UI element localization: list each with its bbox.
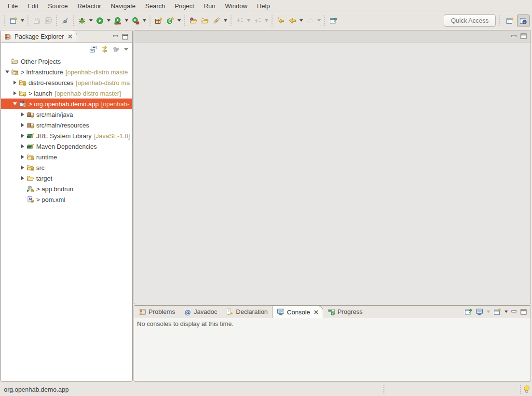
tree-item-target[interactable]: target <box>1 173 132 184</box>
save-icon[interactable] <box>31 14 42 27</box>
java-perspective-icon[interactable] <box>517 14 530 27</box>
menu-item-search[interactable]: Search <box>140 1 170 11</box>
dropdown-arrow-icon[interactable] <box>246 14 252 27</box>
tree-expander-icon[interactable] <box>19 130 26 141</box>
tree-item-mavendependencies[interactable]: Maven Dependencies <box>1 141 132 152</box>
dropdown-arrow-icon[interactable] <box>19 14 26 27</box>
svg-text:@: @ <box>184 308 191 315</box>
new-class-icon[interactable]: C <box>164 14 176 27</box>
tab-declaration[interactable]: Declaration <box>221 306 272 318</box>
package-explorer-icon <box>4 33 12 41</box>
tab-console[interactable]: Console <box>272 306 323 318</box>
dropdown-arrow-icon[interactable] <box>123 14 130 27</box>
forward-icon[interactable] <box>304 14 316 27</box>
dropdown-arrow-icon[interactable] <box>141 14 148 27</box>
minimize-icon[interactable] <box>511 309 517 314</box>
link-with-editor-icon[interactable] <box>101 45 109 53</box>
tree-expander-icon[interactable] <box>19 120 26 130</box>
maximize-icon[interactable] <box>520 309 527 315</box>
tree-item-runtime[interactable]: runtime <box>1 152 132 162</box>
tree-expander-icon[interactable] <box>19 141 26 152</box>
dropdown-arrow-icon[interactable] <box>487 311 490 313</box>
dropdown-arrow-icon[interactable] <box>106 14 112 27</box>
previous-annotation-icon[interactable] <box>252 14 263 27</box>
menu-item-refactor[interactable]: Refactor <box>73 1 106 11</box>
collapse-all-icon[interactable] <box>89 45 97 53</box>
tree-item-distro-resources[interactable]: distro-resources[openhab-distro ma <box>1 77 132 88</box>
quick-access-button[interactable]: Quick Access <box>444 14 496 27</box>
coverage-icon[interactable] <box>112 14 123 27</box>
menu-item-file[interactable]: File <box>3 1 23 11</box>
tree-item-app.bndrun[interactable]: > app.bndrun <box>1 184 132 194</box>
tree-item-src/main/resources[interactable]: src/main/resources <box>1 120 132 130</box>
dropdown-arrow-icon[interactable] <box>88 14 94 27</box>
tree-item-infrastructure[interactable]: > Infrastructure[openhab-distro maste <box>1 67 132 77</box>
skip-breakpoints-icon[interactable] <box>59 14 71 27</box>
menu-item-edit[interactable]: Edit <box>23 1 43 11</box>
maximize-icon[interactable] <box>520 33 527 39</box>
debug-icon[interactable] <box>76 14 88 27</box>
menu-item-project[interactable]: Project <box>170 1 199 11</box>
open-task-icon[interactable] <box>188 14 199 27</box>
close-icon[interactable] <box>314 310 318 314</box>
menu-item-run[interactable]: Run <box>199 1 220 11</box>
dropdown-arrow-icon[interactable] <box>176 14 182 27</box>
maximize-icon[interactable] <box>122 34 128 40</box>
open-perspective-icon[interactable] <box>504 14 516 27</box>
tree-item-org.openhab.demo.app[interactable]: MJ> org.openhab.demo.app[openhab- <box>1 99 132 109</box>
minimize-icon[interactable] <box>511 34 517 39</box>
lightbulb-icon[interactable] <box>523 384 530 394</box>
pin-console-icon[interactable] <box>464 308 472 316</box>
last-edit-location-icon[interactable] <box>275 14 286 27</box>
save-all-icon[interactable] <box>42 14 54 27</box>
tree-expander-icon[interactable] <box>12 99 18 109</box>
statusbar-grip[interactable] <box>383 385 385 394</box>
folder-git-icon <box>18 79 27 86</box>
tree-expander-icon[interactable] <box>4 67 11 77</box>
svg-text:C: C <box>168 19 171 24</box>
profile-icon[interactable] <box>130 14 141 27</box>
tree-item-launch[interactable]: > launch[openhab-distro master] <box>1 88 132 99</box>
tree-expander-icon[interactable] <box>12 88 18 99</box>
display-console-icon[interactable] <box>476 308 483 316</box>
statusbar-grip[interactable] <box>520 385 521 394</box>
menu-item-navigate[interactable]: Navigate <box>106 1 140 11</box>
menu-item-source[interactable]: Source <box>43 1 72 11</box>
focus-icon[interactable] <box>112 45 120 53</box>
dropdown-arrow-icon[interactable] <box>263 14 270 27</box>
dropdown-arrow-icon[interactable] <box>222 14 229 27</box>
dropdown-arrow-icon[interactable] <box>505 311 508 313</box>
new-wizard-icon[interactable] <box>8 14 19 27</box>
new-java-project-icon[interactable] <box>153 14 164 27</box>
tree-item-jresystemlibrary[interactable]: JRE System Library[JavaSE-1.8] <box>1 130 132 141</box>
tab-progress[interactable]: Progress <box>323 306 367 318</box>
tree-expander-icon[interactable] <box>19 152 26 162</box>
next-annotation-icon[interactable] <box>234 14 246 27</box>
tree-item-otherprojects[interactable]: Other Projects <box>1 56 132 67</box>
open-console-icon[interactable] <box>493 308 501 316</box>
tab-javadoc[interactable]: @Javadoc <box>179 306 221 318</box>
tree-item-src/main/java[interactable]: src/main/java <box>1 109 132 120</box>
dropdown-arrow-icon[interactable] <box>298 14 304 27</box>
folder-git-icon <box>26 153 34 161</box>
tree-expander-icon[interactable] <box>19 109 26 120</box>
tree-item-pom.xml[interactable]: M> pom.xml <box>1 194 132 205</box>
tab-package-explorer[interactable]: Package Explorer <box>1 30 77 42</box>
open-resource-icon[interactable] <box>199 14 211 27</box>
back-icon[interactable] <box>286 14 298 27</box>
tree-expander-icon[interactable] <box>12 77 18 88</box>
pin-editor-icon[interactable] <box>327 14 339 27</box>
toolbar-separator <box>231 15 232 26</box>
menu-item-window[interactable]: Window <box>220 1 252 11</box>
close-icon[interactable] <box>68 34 72 39</box>
run-icon[interactable] <box>94 14 106 27</box>
view-menu-icon[interactable] <box>124 48 128 51</box>
tree-expander-icon[interactable] <box>19 162 26 173</box>
search-icon[interactable] <box>211 14 222 27</box>
tree-expander-icon[interactable] <box>19 173 26 184</box>
menu-item-help[interactable]: Help <box>252 1 275 11</box>
tree-item-src[interactable]: src <box>1 162 132 173</box>
tab-problems[interactable]: Problems <box>134 306 179 318</box>
minimize-icon[interactable] <box>113 34 119 39</box>
dropdown-arrow-icon[interactable] <box>316 14 322 27</box>
